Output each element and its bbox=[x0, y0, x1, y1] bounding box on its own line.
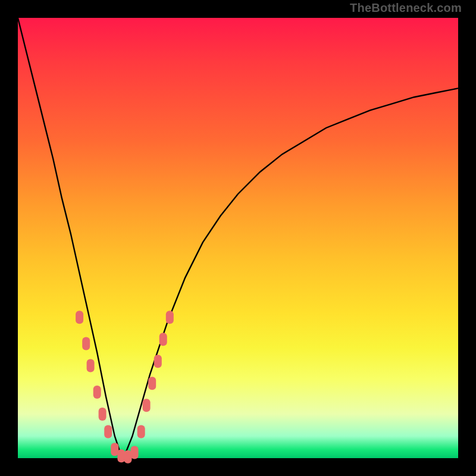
chart-frame: TheBottleneck.com bbox=[0, 0, 476, 476]
marker-point bbox=[93, 386, 101, 399]
marker-point bbox=[124, 450, 132, 464]
marker-point bbox=[159, 333, 167, 346]
watermark-text: TheBottleneck.com bbox=[350, 1, 462, 15]
marker-point bbox=[117, 449, 125, 462]
marker-point bbox=[111, 443, 118, 456]
marker-point bbox=[99, 408, 107, 421]
curve-svg bbox=[18, 18, 458, 458]
plot-area bbox=[18, 18, 458, 458]
marker-point bbox=[166, 311, 174, 324]
marker-point bbox=[87, 359, 95, 372]
marker-point bbox=[131, 446, 139, 459]
marker-point bbox=[104, 425, 112, 439]
marker-point bbox=[148, 377, 156, 390]
marker-point bbox=[154, 355, 162, 368]
curve-right bbox=[124, 88, 458, 458]
marker-group bbox=[76, 311, 174, 464]
marker-point bbox=[82, 337, 90, 350]
marker-point bbox=[137, 425, 145, 439]
curve-left bbox=[18, 18, 124, 458]
marker-point bbox=[143, 399, 151, 412]
marker-point bbox=[76, 311, 83, 324]
